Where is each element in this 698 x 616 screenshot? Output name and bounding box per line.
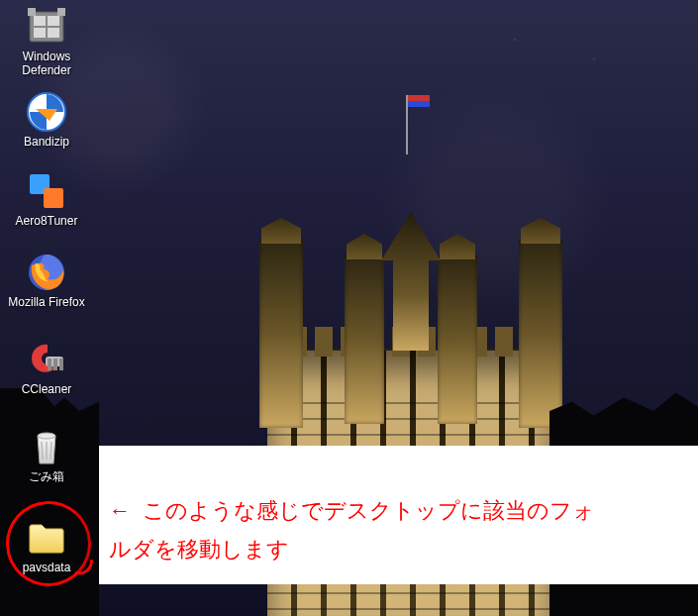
desktop-icon-label: Aero8Tuner — [16, 214, 78, 228]
annotation-line1: このような感じでデスクトップに該当のフォ — [143, 498, 595, 523]
desktop-icon-label: ごみ箱 — [29, 469, 64, 483]
desktop-icon-bandizip[interactable]: Bandizip — [2, 89, 91, 151]
desktop-icon-mozilla-firefox[interactable]: Mozilla Firefox — [2, 250, 91, 311]
mozilla-firefox-icon — [26, 252, 67, 293]
windows-defender-icon — [26, 6, 67, 48]
annotation-panel: ← このような感じでデスクトップに該当のフォルダを移動します — [99, 446, 698, 584]
desktop-icon-label: pavsdata — [23, 561, 71, 574]
annotation-arrow: ← — [109, 498, 131, 523]
recycle-bin-icon — [26, 426, 67, 467]
ccleaner-icon — [26, 339, 67, 380]
desktop-icon-aero8tuner[interactable]: Aero8Tuner — [2, 168, 91, 230]
desktop-icon-label: Bandizip — [24, 135, 69, 149]
desktop-icon-recycle-bin[interactable]: ごみ箱 — [2, 424, 91, 485]
desktop-icon-label: Windows Defender — [22, 50, 70, 77]
desktop-icon-label: Mozilla Firefox — [8, 295, 84, 309]
bandizip-icon — [26, 91, 67, 133]
desktop-icon-ccleaner[interactable]: CCleaner — [2, 337, 91, 398]
annotation-line2: ルダを移動します — [109, 537, 289, 562]
annotation-text: ← このような感じでデスクトップに該当のフォルダを移動します — [99, 446, 698, 569]
desktop-icon-label: CCleaner — [22, 382, 72, 396]
desktop-icon-pavsdata[interactable]: pavsdata — [2, 515, 91, 576]
aero8tuner-icon — [26, 170, 67, 212]
pavsdata-icon — [26, 517, 67, 559]
desktop-icon-windows-defender[interactable]: Windows Defender — [2, 4, 91, 79]
